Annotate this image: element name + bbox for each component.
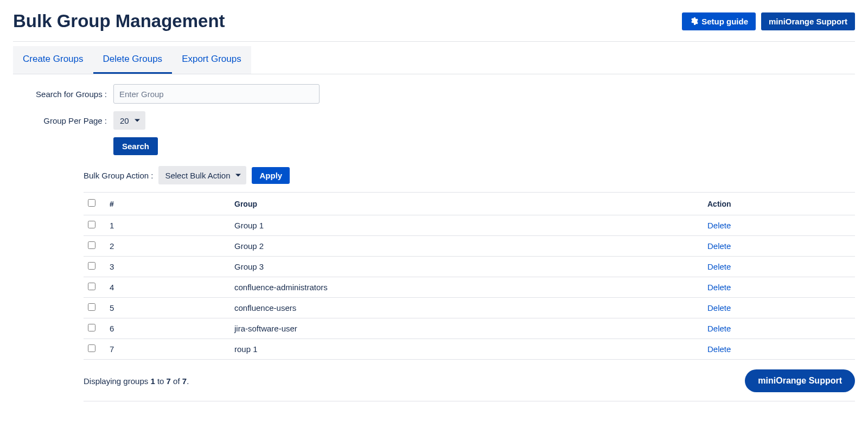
row-num: 4 <box>105 277 230 298</box>
search-button[interactable]: Search <box>113 137 158 155</box>
tab-export-groups[interactable]: Export Groups <box>172 46 251 74</box>
col-header-num: # <box>105 193 230 215</box>
delete-link[interactable]: Delete <box>707 344 731 354</box>
tabs: Create Groups Delete Groups Export Group… <box>13 46 251 74</box>
table-row: 2Group 2Delete <box>84 236 855 257</box>
row-num: 1 <box>105 215 230 236</box>
delete-link[interactable]: Delete <box>707 241 731 251</box>
apply-button[interactable]: Apply <box>252 167 290 184</box>
row-num: 7 <box>105 339 230 360</box>
display-summary: Displaying groups 1 to 7 of 7. <box>84 376 189 386</box>
row-group: Group 1 <box>230 215 703 236</box>
row-checkbox[interactable] <box>88 324 95 331</box>
row-group: confluence-administrators <box>230 277 703 298</box>
row-group: Group 3 <box>230 257 703 277</box>
header-buttons: Setup guide miniOrange Support <box>682 12 855 30</box>
row-group: roup 1 <box>230 339 703 360</box>
delete-link[interactable]: Delete <box>707 283 731 292</box>
setup-guide-button[interactable]: Setup guide <box>682 12 756 30</box>
delete-link[interactable]: Delete <box>707 221 731 230</box>
setup-guide-label: Setup guide <box>701 17 748 26</box>
select-all-checkbox[interactable] <box>88 199 95 207</box>
row-checkbox[interactable] <box>88 221 95 228</box>
row-num: 6 <box>105 318 230 339</box>
table-row: 5confluence-usersDelete <box>84 298 855 318</box>
row-group: Group 2 <box>230 236 703 257</box>
row-num: 2 <box>105 236 230 257</box>
delete-link[interactable]: Delete <box>707 303 731 312</box>
row-num: 5 <box>105 298 230 318</box>
table-row: 1Group 1Delete <box>84 215 855 236</box>
support-button[interactable]: miniOrange Support <box>761 12 855 30</box>
bulk-action-select[interactable]: Select Bulk Action <box>158 166 246 184</box>
row-checkbox[interactable] <box>88 262 95 270</box>
row-num: 3 <box>105 257 230 277</box>
row-checkbox[interactable] <box>88 241 95 249</box>
groups-table: # Group Action 1Group 1Delete2Group 2Del… <box>84 192 855 360</box>
row-group: confluence-users <box>230 298 703 318</box>
row-group: jira-software-user <box>230 318 703 339</box>
table-row: 4confluence-administratorsDelete <box>84 277 855 298</box>
support-pill-button[interactable]: miniOrange Support <box>745 369 855 392</box>
tab-delete-groups[interactable]: Delete Groups <box>93 46 173 74</box>
delete-link[interactable]: Delete <box>707 262 731 271</box>
row-checkbox[interactable] <box>88 283 95 290</box>
search-label: Search for Groups : <box>13 90 113 99</box>
delete-link[interactable]: Delete <box>707 324 731 333</box>
gear-icon <box>690 17 698 25</box>
per-page-select[interactable]: 20 <box>113 111 145 130</box>
row-checkbox[interactable] <box>88 344 95 352</box>
col-header-action: Action <box>703 193 855 215</box>
search-input[interactable] <box>113 84 320 104</box>
col-header-group: Group <box>230 193 703 215</box>
bulk-action-label: Bulk Group Action : <box>84 171 153 180</box>
row-checkbox[interactable] <box>88 303 95 311</box>
page-title: Bulk Group Management <box>13 11 225 31</box>
table-row: 3Group 3Delete <box>84 257 855 277</box>
table-row: 7roup 1Delete <box>84 339 855 360</box>
table-row: 6jira-software-userDelete <box>84 318 855 339</box>
per-page-label: Group Per Page : <box>13 116 113 125</box>
tab-create-groups[interactable]: Create Groups <box>13 46 93 74</box>
